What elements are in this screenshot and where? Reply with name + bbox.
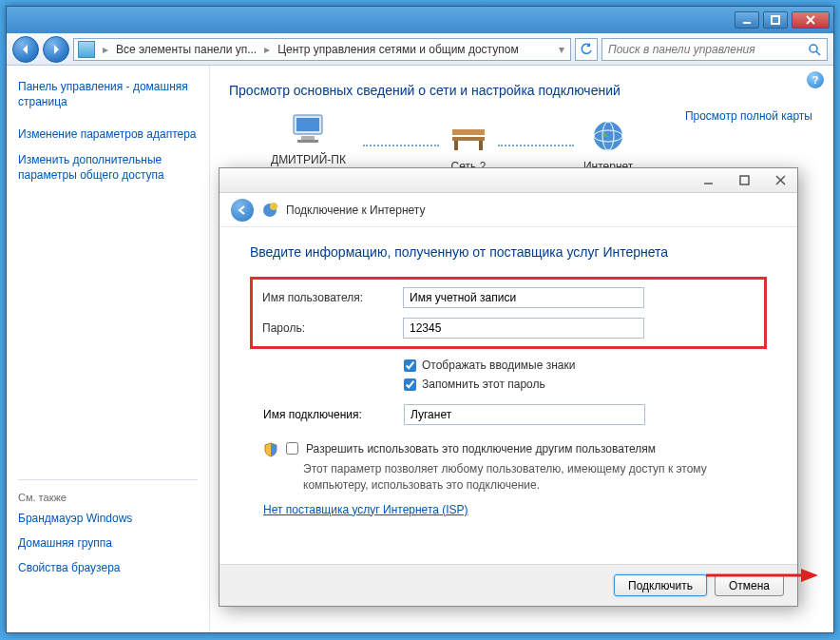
refresh-button[interactable]	[575, 38, 598, 61]
svg-line-5	[816, 51, 820, 55]
globe-icon	[261, 202, 278, 219]
connection-dialog: Подключение к Интернету Введите информац…	[219, 167, 798, 607]
svg-rect-12	[454, 141, 458, 150]
page-title: Просмотр основных сведений о сети и наст…	[229, 83, 814, 98]
cancel-button[interactable]: Отмена	[715, 574, 784, 596]
breadcrumb[interactable]: ▸ Все элементы панели уп... ▸ Центр упра…	[73, 38, 571, 61]
connection-name-input[interactable]	[404, 404, 645, 425]
no-isp-link[interactable]: Нет поставщика услуг Интернета (ISP)	[263, 503, 468, 516]
sidebar-link-sharing[interactable]: Изменить дополнительные параметры общего…	[18, 152, 198, 183]
node-pc-label: ДМИТРИЙ-ПК	[263, 153, 353, 166]
close-button[interactable]	[792, 11, 830, 29]
control-panel-icon	[78, 41, 95, 58]
credentials-highlight: Имя пользователя: Пароль:	[250, 277, 767, 349]
navbar: ▸ Все элементы панели уп... ▸ Центр упра…	[7, 33, 833, 66]
search-input[interactable]	[608, 43, 808, 56]
dialog-minimize-button[interactable]	[697, 174, 719, 186]
breadcrumb-root[interactable]: Все элементы панели уп...	[112, 43, 260, 56]
svg-rect-10	[452, 129, 485, 135]
remember-checkbox[interactable]	[404, 378, 416, 391]
dialog-title: Подключение к Интернету	[286, 204, 426, 217]
breadcrumb-current[interactable]: Центр управления сетями и общим доступом	[274, 43, 523, 56]
sidebar-link-firewall[interactable]: Брандмауэр Windows	[18, 511, 198, 526]
svg-rect-8	[301, 136, 315, 140]
bench-icon	[449, 118, 488, 154]
dialog-titlebar	[220, 168, 797, 193]
computer-icon	[288, 111, 328, 147]
connection-line	[498, 145, 574, 146]
sidebar: Панель управления - домашняя страница Из…	[7, 66, 210, 632]
search-icon	[808, 43, 821, 56]
see-also-label: См. также	[18, 492, 198, 503]
allow-others-label: Разрешить использовать это подключение д…	[306, 442, 656, 456]
username-input[interactable]	[403, 287, 644, 308]
search-box[interactable]	[601, 38, 828, 61]
svg-point-22	[270, 203, 277, 210]
chevron-right-icon: ▸	[260, 43, 274, 56]
username-label: Имя пользователя:	[262, 291, 403, 304]
globe-icon	[588, 118, 628, 154]
sidebar-home-link[interactable]: Панель управления - домашняя страница	[18, 79, 198, 109]
nav-forward-button[interactable]	[43, 36, 69, 63]
password-input[interactable]	[403, 318, 644, 339]
connect-button[interactable]: Подключить	[614, 574, 707, 596]
dialog-body: Введите информацию, полученную от постав…	[220, 227, 797, 516]
sidebar-link-browser[interactable]: Свойства браузера	[18, 560, 198, 575]
connection-line	[363, 145, 439, 146]
maximize-button[interactable]	[763, 11, 788, 29]
svg-rect-18	[740, 176, 749, 184]
dialog-back-button[interactable]	[231, 199, 254, 222]
allow-others-checkbox[interactable]	[286, 442, 298, 455]
svg-rect-13	[479, 141, 483, 150]
show-chars-label: Отображать вводимые знаки	[422, 359, 575, 372]
view-full-map-link[interactable]: Просмотр полной карты	[685, 109, 812, 123]
dialog-close-button[interactable]	[769, 174, 792, 186]
help-icon[interactable]: ?	[807, 71, 824, 88]
shield-icon	[263, 442, 278, 457]
minimize-button[interactable]	[735, 11, 759, 29]
show-chars-checkbox[interactable]	[404, 359, 416, 372]
allow-others-description: Этот параметр позволяет любому пользоват…	[303, 461, 767, 494]
dialog-footer: Подключить Отмена	[220, 564, 797, 606]
password-label: Пароль:	[262, 321, 403, 335]
nav-back-button[interactable]	[12, 36, 39, 63]
dialog-heading: Введите информацию, полученную от постав…	[250, 244, 767, 260]
node-network: Сеть 2	[449, 118, 488, 173]
svg-rect-1	[772, 16, 779, 24]
svg-point-4	[810, 45, 817, 52]
chevron-down-icon[interactable]: ▾	[555, 43, 570, 56]
svg-rect-11	[452, 137, 485, 141]
node-internet: Интернет	[583, 118, 633, 173]
connection-name-label: Имя подключения:	[263, 408, 404, 421]
chevron-right-icon: ▸	[99, 43, 112, 56]
svg-rect-7	[296, 118, 319, 131]
svg-rect-9	[297, 140, 318, 143]
sidebar-link-adapter[interactable]: Изменение параметров адаптера	[18, 126, 198, 142]
remember-label: Запомнить этот пароль	[422, 378, 545, 391]
titlebar	[7, 7, 833, 33]
sidebar-link-homegroup[interactable]: Домашняя группа	[18, 535, 198, 551]
dialog-maximize-button[interactable]	[733, 174, 755, 186]
dialog-header: Подключение к Интернету	[220, 193, 797, 227]
